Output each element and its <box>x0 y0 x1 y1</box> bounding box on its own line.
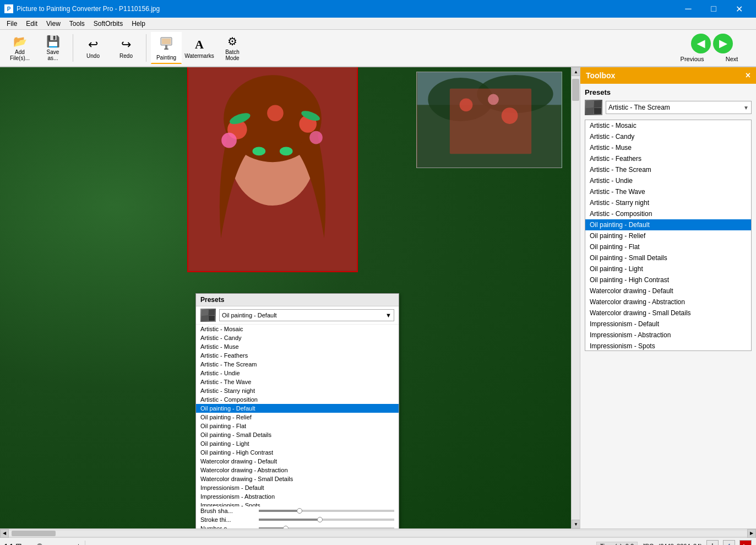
floating-preset-item-12[interactable]: Oil painting - Small Details <box>196 430 399 439</box>
floating-preset-item-11[interactable]: Oil painting - Flat <box>196 422 399 430</box>
next-button[interactable]: ▶ <box>713 34 733 53</box>
main-area: Presets Oil painting - Default ▼ Artisti… <box>0 67 756 528</box>
preset-thumbnail-icon <box>585 100 602 115</box>
floating-preset-item-15[interactable]: Watercolor drawing - Default <box>196 457 399 466</box>
svg-point-10 <box>488 94 499 105</box>
preset-list-item-16[interactable]: Watercolor drawing - Abstraction <box>585 296 751 307</box>
horizontal-scrollbar[interactable]: ◀ ▶ <box>0 528 756 537</box>
undo-button[interactable]: ↩ Undo <box>78 32 108 64</box>
vscroll-down-button[interactable]: ▼ <box>572 520 580 528</box>
floating-preset-item-18[interactable]: Impressionism - Default <box>196 483 399 492</box>
floating-preset-item-4[interactable]: Artistic - The Scream <box>196 360 399 369</box>
preset-list-item-18[interactable]: Impressionism - Default <box>585 319 751 330</box>
vertical-scrollbar[interactable]: ▲ ▼ <box>571 67 580 528</box>
hscroll-left-button[interactable]: ◀ <box>0 529 9 538</box>
maximize-button[interactable]: □ <box>701 0 726 18</box>
preset-list-item-19[interactable]: Impressionism - Abstraction <box>585 330 751 341</box>
preset-list[interactable]: Artistic - MosaicArtistic - CandyArtisti… <box>585 120 752 351</box>
floating-preset-item-10[interactable]: Oil painting - Relief <box>196 413 399 422</box>
menu-help[interactable]: Help <box>127 19 150 29</box>
vscroll-thumb[interactable] <box>572 79 579 101</box>
save-as-button[interactable]: 💾 Save as... <box>37 32 68 64</box>
preset-list-item-15[interactable]: Watercolor drawing - Default <box>585 285 751 296</box>
floating-preset-item-2[interactable]: Artistic - Muse <box>196 342 399 351</box>
menu-view[interactable]: View <box>42 19 65 29</box>
preset-list-item-8[interactable]: Artistic - Composition <box>585 208 751 219</box>
preset-list-item-2[interactable]: Artistic - Muse <box>585 142 751 153</box>
preset-list-item-9[interactable]: Oil painting - Default <box>585 219 751 230</box>
zoom-minus-icon[interactable]: − <box>26 542 30 546</box>
facebook-share-button[interactable]: f <box>723 540 735 546</box>
brush-shape-slider[interactable] <box>259 510 394 512</box>
menu-edit[interactable]: Edit <box>21 19 42 29</box>
floating-preset-dropdown[interactable]: Oil painting - Default ▼ <box>219 309 394 321</box>
floating-preset-item-20[interactable]: Impressionism - Spots <box>196 501 399 506</box>
vscroll-track[interactable] <box>572 76 580 520</box>
preset-list-item-11[interactable]: Oil painting - Flat <box>585 241 751 252</box>
preset-dropdown[interactable]: Artistic - The Scream ▼ <box>606 101 752 114</box>
close-button[interactable]: ✕ <box>726 0 752 18</box>
add-files-button[interactable]: 📂 Add File(s)... <box>4 32 35 64</box>
hscroll-track[interactable] <box>9 531 747 536</box>
time-badge: Time (s): 0.2 <box>596 542 638 546</box>
floating-preset-item-16[interactable]: Watercolor drawing - Abstraction <box>196 466 399 474</box>
floating-preset-item-19[interactable]: Impressionism - Abstraction <box>196 492 399 501</box>
floating-preset-item-1[interactable]: Artistic - Candy <box>196 333 399 342</box>
preset-list-item-12[interactable]: Oil painting - Small Details <box>585 252 751 263</box>
svg-point-18 <box>221 133 237 148</box>
floating-preset-item-7[interactable]: Artistic - Starry night <box>196 386 399 395</box>
format-label: JPG <box>642 543 654 546</box>
painting-icon <box>159 35 174 53</box>
preset-list-item-17[interactable]: Watercolor drawing - Small Details <box>585 307 751 319</box>
preset-list-item-10[interactable]: Oil painting - Relief <box>585 230 751 241</box>
previous-button[interactable]: ◀ <box>691 34 711 53</box>
toolbox-close-button[interactable]: × <box>746 71 750 80</box>
watermarks-button[interactable]: A Watermarks <box>184 32 215 64</box>
preset-list-item-6[interactable]: Artistic - The Wave <box>585 186 751 197</box>
zoom-slider-thumb[interactable] <box>37 543 42 546</box>
save-icon: 💾 <box>46 35 60 48</box>
preset-list-item-7[interactable]: Artistic - Starry night <box>585 197 751 208</box>
minimize-button[interactable]: ─ <box>676 0 701 18</box>
floating-preset-item-14[interactable]: Oil painting - High Contrast <box>196 448 399 457</box>
floating-preset-item-17[interactable]: Watercolor drawing - Small Details <box>196 474 399 483</box>
floating-preset-item-5[interactable]: Artistic - Undie <box>196 369 399 377</box>
floating-preset-item-8[interactable]: Artistic - Composition <box>196 395 399 404</box>
preset-list-item-4[interactable]: Artistic - The Scream <box>585 164 751 175</box>
hscroll-thumb[interactable] <box>12 531 56 536</box>
youtube-button[interactable]: ▶ <box>739 540 752 546</box>
dimensions-label: (2448x3264x24) <box>658 543 702 546</box>
stroke-thickness-slider[interactable] <box>259 519 394 521</box>
floating-preset-item-3[interactable]: Artistic - Feathers <box>196 351 399 360</box>
preset-select-row: Artistic - The Scream ▼ <box>585 100 752 115</box>
preset-list-item-3[interactable]: Artistic - Feathers <box>585 153 751 164</box>
painting-button[interactable]: Painting <box>151 32 182 64</box>
window-title: Picture to Painting Converter Pro - P111… <box>17 5 676 13</box>
preset-list-item-0[interactable]: Artistic - Mosaic <box>585 120 751 131</box>
number-of-slider[interactable] <box>259 527 394 528</box>
batch-mode-button[interactable]: ⚙ Batch Mode <box>217 32 248 64</box>
hscroll-right-button[interactable]: ▶ <box>747 529 756 538</box>
menu-softorbits[interactable]: SoftOrbits <box>89 19 127 29</box>
preset-list-item-13[interactable]: Oil painting - Light <box>585 263 751 274</box>
toolbox-header: Toolbox × <box>580 67 756 84</box>
redo-button[interactable]: ↪ Redo <box>111 32 142 64</box>
zoom-slider-area[interactable]: − + <box>26 542 80 546</box>
preset-list-item-5[interactable]: Artistic - Undie <box>585 175 751 186</box>
presets-label: Presets <box>585 88 752 96</box>
zoom-plus-icon[interactable]: + <box>77 542 80 546</box>
svg-point-21 <box>267 105 284 121</box>
menu-tools[interactable]: Tools <box>65 19 89 29</box>
info-button[interactable]: ℹ <box>706 540 719 546</box>
menu-file[interactable]: File <box>2 19 21 29</box>
vscroll-up-button[interactable]: ▲ <box>572 67 580 76</box>
preset-list-item-20[interactable]: Impressionism - Spots <box>585 341 751 351</box>
floating-preset-list[interactable]: Artistic - MosaicArtistic - CandyArtisti… <box>196 325 399 506</box>
floating-preset-item-9[interactable]: Oil painting - Default <box>196 404 399 413</box>
preset-list-item-14[interactable]: Oil painting - High Contrast <box>585 274 751 285</box>
floating-preset-item-0[interactable]: Artistic - Mosaic <box>196 325 399 333</box>
preset-list-item-1[interactable]: Artistic - Candy <box>585 131 751 142</box>
floating-preset-item-6[interactable]: Artistic - The Wave <box>196 377 399 386</box>
floating-presets-title: Presets <box>200 296 224 304</box>
floating-preset-item-13[interactable]: Oil painting - Light <box>196 439 399 448</box>
